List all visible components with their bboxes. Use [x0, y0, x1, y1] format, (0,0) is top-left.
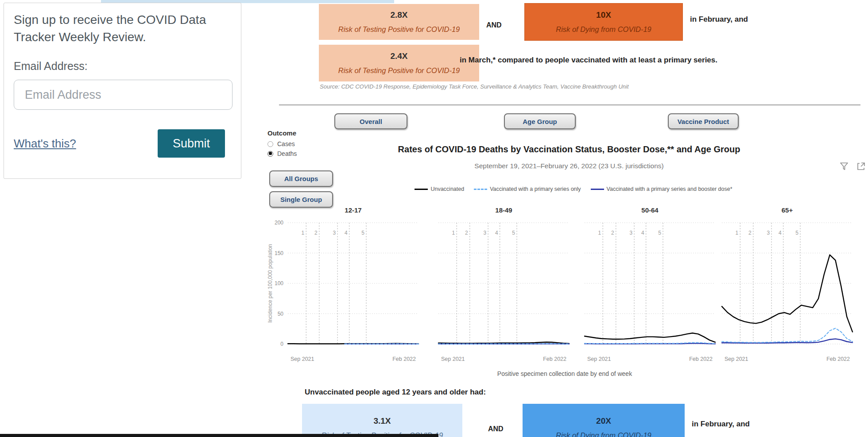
- suffix-march: in March,* compared to people vaccinated…: [460, 56, 849, 65]
- svg-text:Sep 2021: Sep 2021: [587, 356, 611, 362]
- bottom-intro: Unvaccinated people aged 12 years and ol…: [305, 388, 486, 397]
- svg-text:1: 1: [452, 230, 455, 236]
- risk-multiplier: 2.8X: [390, 10, 407, 20]
- risk-multiplier: 20X: [596, 416, 611, 426]
- section-divider: [279, 104, 860, 105]
- submit-button[interactable]: Submit: [158, 129, 225, 158]
- risk-box-testing-feb-bottom: 3.1X Risk of Testing Positive for COVID-…: [302, 404, 462, 437]
- svg-text:Sep 2021: Sep 2021: [291, 356, 314, 362]
- chart-subtitle: September 19, 2021–February 26, 2022 (23…: [310, 162, 828, 170]
- svg-text:3: 3: [333, 230, 336, 236]
- chart-legend: UnvaccinatedVaccinated with a primary se…: [292, 186, 855, 192]
- svg-text:18-49: 18-49: [495, 206, 512, 214]
- chart-title: Rates of COVID-19 Deaths by Vaccination …: [310, 144, 828, 155]
- svg-text:5: 5: [795, 230, 798, 236]
- svg-text:5: 5: [658, 230, 661, 236]
- radio-label: Cases: [277, 140, 295, 147]
- legend-swatch: [415, 189, 428, 190]
- radio-icon[interactable]: [267, 141, 273, 147]
- legend-label: Vaccinated with a primary series only: [490, 186, 581, 192]
- svg-text:1: 1: [598, 230, 601, 236]
- svg-text:Feb 2022: Feb 2022: [543, 356, 566, 362]
- svg-text:4: 4: [641, 230, 644, 236]
- svg-text:5: 5: [361, 230, 364, 236]
- and-connector-bottom: AND: [488, 425, 504, 433]
- legend-item: Unvaccinated: [415, 186, 464, 192]
- svg-text:Incidence per 100,000 populati: Incidence per 100,000 population: [267, 244, 273, 322]
- tab-age-group[interactable]: Age Group: [504, 113, 576, 129]
- email-field[interactable]: [14, 80, 232, 110]
- svg-text:1: 1: [736, 230, 739, 236]
- risk-label: Risk of Testing Positive for COVID-19: [338, 25, 460, 34]
- risk-box-dying-feb: 10X Risk of Dying from COVID-19: [524, 3, 683, 41]
- svg-text:4: 4: [495, 230, 498, 236]
- radio-label: Deaths: [277, 150, 297, 157]
- risk-label: Risk of Testing Positive for COVID-19: [338, 66, 460, 75]
- risk-box-testing-feb: 2.8X Risk of Testing Positive for COVID-…: [319, 4, 479, 40]
- svg-text:5: 5: [512, 230, 515, 236]
- svg-text:2: 2: [314, 230, 318, 236]
- svg-text:Sep 2021: Sep 2021: [441, 356, 465, 362]
- legend-item: Vaccinated with a primary series only: [474, 186, 581, 192]
- outcome-option-deaths[interactable]: Deaths: [267, 150, 297, 157]
- email-label: Email Address:: [14, 60, 231, 73]
- svg-text:3: 3: [483, 230, 486, 236]
- legend-swatch: [474, 189, 487, 190]
- risk-label: Risk of Dying from COVID-19: [556, 25, 651, 34]
- outcome-label: Outcome: [267, 129, 297, 137]
- risk-multiplier: 3.1X: [373, 416, 391, 426]
- tab-overall[interactable]: Overall: [334, 113, 407, 129]
- expand-icon[interactable]: [856, 161, 866, 174]
- svg-text:Feb 2022: Feb 2022: [826, 356, 850, 362]
- svg-text:Feb 2022: Feb 2022: [392, 356, 416, 362]
- svg-text:3: 3: [767, 230, 770, 236]
- signup-heading: Sign up to receive the COVID Data Tracke…: [14, 11, 231, 46]
- risk-box-dying-feb-bottom: 20X Risk of Dying from COVID-19: [523, 404, 685, 437]
- risk-label: Risk of Dying from COVID-19: [556, 431, 651, 437]
- legend-label: Vaccinated with a primary series and boo…: [607, 186, 732, 192]
- all-groups-button[interactable]: All Groups: [269, 170, 333, 187]
- svg-text:2: 2: [611, 230, 614, 236]
- svg-text:2: 2: [465, 230, 468, 236]
- suffix-february: in February, and: [690, 15, 748, 24]
- svg-text:150: 150: [275, 250, 283, 256]
- legend-label: Unvaccinated: [430, 186, 464, 192]
- svg-text:3: 3: [629, 230, 632, 236]
- svg-text:12-17: 12-17: [345, 206, 361, 214]
- risk-box-testing-march: 2.4X Risk of Testing Positive for COVID-…: [319, 45, 479, 81]
- risk-multiplier: 2.4X: [390, 51, 407, 61]
- xaxis-title: Positive specimen collection date by end…: [266, 370, 864, 377]
- svg-text:0: 0: [280, 341, 283, 347]
- series-unvaccinated-65+: [722, 255, 852, 332]
- svg-text:50-64: 50-64: [641, 206, 659, 214]
- filter-icon[interactable]: [839, 161, 849, 174]
- svg-text:Sep 2021: Sep 2021: [725, 356, 748, 362]
- svg-text:100: 100: [275, 280, 283, 286]
- outcome-control: Outcome CasesDeaths: [267, 129, 297, 160]
- suffix-february-bottom: in February, and: [692, 420, 750, 429]
- series-primary-65+: [722, 328, 852, 342]
- svg-text:4: 4: [345, 230, 348, 236]
- svg-text:200: 200: [275, 220, 283, 226]
- svg-text:65+: 65+: [782, 206, 793, 214]
- source-note: Source: CDC COVID-19 Response, Epidemiol…: [320, 83, 629, 90]
- svg-text:4: 4: [779, 230, 782, 236]
- svg-text:2: 2: [748, 230, 752, 236]
- legend-swatch: [591, 189, 604, 190]
- svg-text:Feb 2022: Feb 2022: [689, 356, 713, 362]
- signup-card: Sign up to receive the COVID Data Tracke…: [4, 3, 241, 179]
- svg-text:1: 1: [302, 230, 305, 236]
- footer-bar: [0, 434, 438, 437]
- svg-text:50: 50: [278, 311, 284, 317]
- and-connector-top: AND: [486, 21, 502, 29]
- series-unvaccinated-50-64: [585, 333, 715, 342]
- risk-multiplier: 10X: [596, 10, 611, 20]
- tab-vaccine-product[interactable]: Vaccine Product: [668, 113, 739, 129]
- radio-icon[interactable]: [267, 151, 273, 157]
- outcome-option-cases[interactable]: Cases: [267, 140, 297, 147]
- legend-item: Vaccinated with a primary series and boo…: [591, 186, 732, 192]
- whats-this-link[interactable]: What's this?: [14, 137, 76, 151]
- rates-chart: 050100150200Incidence per 100,000 popula…: [266, 203, 864, 367]
